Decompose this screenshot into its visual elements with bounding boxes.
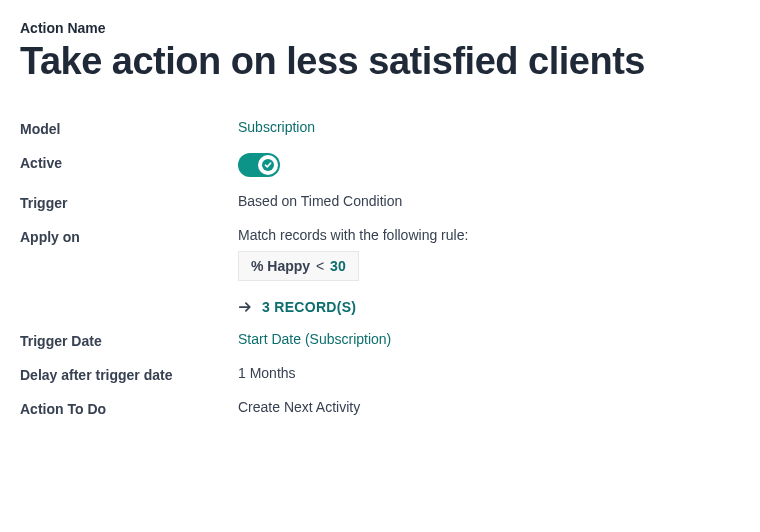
delay-value[interactable]: 1 Months xyxy=(238,365,740,381)
filter-chip[interactable]: % Happy < 30 xyxy=(238,251,359,281)
model-value[interactable]: Subscription xyxy=(238,119,740,135)
active-label: Active xyxy=(20,153,238,171)
delay-row: Delay after trigger date 1 Months xyxy=(20,365,740,383)
records-link[interactable]: 3 RECORD(S) xyxy=(238,299,356,315)
trigger-label: Trigger xyxy=(20,193,238,211)
checkmark-icon xyxy=(262,159,274,171)
model-label: Model xyxy=(20,119,238,137)
toggle-knob xyxy=(258,155,278,175)
action-to-do-row: Action To Do Create Next Activity xyxy=(20,399,740,417)
delay-label: Delay after trigger date xyxy=(20,365,238,383)
page-title: Take action on less satisfied clients xyxy=(20,40,740,83)
trigger-date-row: Trigger Date Start Date (Subscription) xyxy=(20,331,740,349)
action-to-do-label: Action To Do xyxy=(20,399,238,417)
filter-value: 30 xyxy=(330,258,346,274)
active-toggle[interactable] xyxy=(238,153,280,177)
records-count: 3 RECORD(S) xyxy=(262,299,356,315)
model-row: Model Subscription xyxy=(20,119,740,137)
trigger-date-label: Trigger Date xyxy=(20,331,238,349)
action-name-label: Action Name xyxy=(20,20,740,36)
apply-on-description: Match records with the following rule: xyxy=(238,227,468,243)
trigger-row: Trigger Based on Timed Condition xyxy=(20,193,740,211)
action-to-do-value[interactable]: Create Next Activity xyxy=(238,399,740,415)
filter-operator: < xyxy=(314,258,326,274)
arrow-right-icon xyxy=(238,300,252,314)
active-row: Active xyxy=(20,153,740,177)
apply-on-row: Apply on Match records with the followin… xyxy=(20,227,740,315)
trigger-value[interactable]: Based on Timed Condition xyxy=(238,193,740,209)
apply-on-label: Apply on xyxy=(20,227,238,245)
filter-field: % Happy xyxy=(251,258,310,274)
trigger-date-value[interactable]: Start Date (Subscription) xyxy=(238,331,740,347)
